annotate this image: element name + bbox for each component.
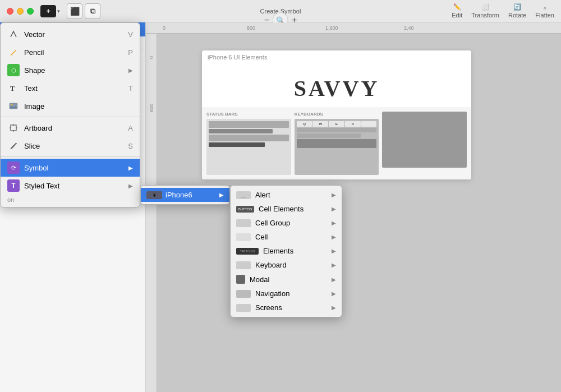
partial-label: on xyxy=(7,196,14,203)
transform-label: Transform xyxy=(471,12,499,19)
menu-item-partial-on[interactable]: on xyxy=(1,195,140,205)
rotate-tool[interactable]: 🔄 Rotate xyxy=(508,3,526,19)
menu-divider-2 xyxy=(1,156,140,157)
flatten-tool[interactable]: ⬦ Flatten xyxy=(535,4,554,19)
cell-group-arrow: ▶ xyxy=(332,220,336,226)
toolbar-right: ✏️ Edit ⬜ Transform 🔄 Rotate ⬦ Flatten xyxy=(452,3,554,19)
elements-label: Elements xyxy=(263,247,332,255)
ruler-mark-1600: 1,600 xyxy=(325,25,338,31)
artboard-label: Artboard xyxy=(24,124,123,132)
canvas-area[interactable]: 0 800 1,600 2,40 0 800 iPhone 6 UI Eleme… xyxy=(146,22,561,392)
vector-icon xyxy=(7,28,20,40)
maximize-button[interactable] xyxy=(27,8,34,15)
cell-elements-icon-label: BUTTON xyxy=(238,207,252,211)
cat-item-cell-group[interactable]: Cell Group ▶ xyxy=(231,216,342,230)
insert-dropdown-arrow[interactable]: ▾ xyxy=(57,8,60,14)
cat-item-screens[interactable]: Screens ▶ xyxy=(231,301,342,315)
insert-menu: Vector V Pencil P ⬡ Shape ▶ T Text T xyxy=(0,22,140,207)
image-icon xyxy=(7,100,20,112)
keyboard-row-1: Q W E R xyxy=(297,121,377,127)
edit-label: Edit xyxy=(452,12,462,19)
pencil-icon xyxy=(7,46,20,58)
key-t xyxy=(361,121,377,127)
iphone6-icon-label: 📱 xyxy=(152,193,157,197)
cat-item-keyboard[interactable]: Keyboard ▶ xyxy=(231,258,342,272)
cell-elements-label: Cell Elements xyxy=(259,205,332,213)
symbol-label: Symbol xyxy=(24,164,128,172)
ruler-top: 0 800 1,600 2,40 xyxy=(146,22,561,34)
ruler-side-mark-800: 800 xyxy=(149,104,154,112)
vector-label: Vector xyxy=(24,30,123,39)
menu-divider-1 xyxy=(1,117,140,117)
ruler-side: 0 800 xyxy=(146,34,157,392)
key-q: Q xyxy=(297,121,312,127)
styled-text-arrow: ▶ xyxy=(128,183,133,189)
submenu-categories: __ Alert ▶ BUTTON Cell Elements ▶ Cell G… xyxy=(230,185,342,317)
cat-item-navigation[interactable]: Navigation ▶ xyxy=(231,287,342,301)
iphone6-submenu-arrow: ▶ xyxy=(219,192,224,198)
cell-elements-icon: BUTTON xyxy=(236,206,254,213)
menu-item-pencil[interactable]: Pencil P xyxy=(1,43,140,61)
status-bar-2 xyxy=(209,129,273,133)
iphone6-card: iPhone 6 UI Elements SAVVY STATUS BARS K xyxy=(202,50,471,179)
menu-item-image[interactable]: Image xyxy=(1,97,140,115)
ruler-mark-2400: 2,40 xyxy=(404,25,414,31)
cat-item-cell-elements[interactable]: BUTTON Cell Elements ▶ xyxy=(231,202,342,216)
menu-item-styled-text[interactable]: T Styled Text ▶ xyxy=(1,177,140,195)
cat-item-alert[interactable]: __ Alert ▶ xyxy=(231,188,342,202)
edit-tool[interactable]: ✏️ Edit xyxy=(452,3,462,19)
title-bar: + ▾ ⬛ ⧉ Create Symbol − 🔍 + ✏️ Edit ⬜ Tr… xyxy=(0,0,561,22)
menu-item-slice[interactable]: Slice S xyxy=(1,137,140,155)
transform-icon: ⬜ xyxy=(481,3,489,11)
group-tool-button[interactable]: ⧉ xyxy=(85,3,100,19)
cat-item-elements[interactable]: TAP TO GO Elements ▶ xyxy=(231,244,342,258)
slice-label: Slice xyxy=(24,142,123,150)
pencil-shortcut: P xyxy=(128,48,133,57)
insert-tool-button[interactable]: + xyxy=(40,5,56,17)
ruler-mark-800: 800 xyxy=(247,25,255,31)
text-shortcut: T xyxy=(128,84,133,93)
keyboards-section: KEYBOARDS Q W E R xyxy=(295,112,379,175)
alert-cat-label: Alert xyxy=(255,191,332,199)
keyboard-arrow: ▶ xyxy=(332,262,336,268)
slice-shortcut: S xyxy=(128,142,133,150)
text-label: Text xyxy=(24,84,124,93)
menu-item-shape[interactable]: ⬡ Shape ▶ xyxy=(1,61,140,79)
elements-icon-label: TAP TO GO xyxy=(240,250,255,253)
svg-text:T: T xyxy=(10,85,15,92)
savvy-logo: SAVVY xyxy=(202,64,471,107)
submenu-iphone6: 📱 iPhone6 ▶ xyxy=(140,185,230,205)
modal-icon xyxy=(236,275,245,284)
menu-item-vector[interactable]: Vector V xyxy=(1,25,140,43)
keyboard-content-1: Q W E R xyxy=(295,119,379,175)
cat-item-modal[interactable]: Modal ▶ xyxy=(231,272,342,287)
close-button[interactable] xyxy=(7,8,13,15)
minimize-button[interactable] xyxy=(17,8,24,15)
frame-tool-button[interactable]: ⬛ xyxy=(67,3,82,19)
navigation-arrow: ▶ xyxy=(332,290,336,297)
image-label: Image xyxy=(24,102,133,110)
keyboard-row-3 xyxy=(297,133,361,138)
slice-icon xyxy=(7,140,20,152)
navigation-label: Navigation xyxy=(255,289,332,298)
ruler-side-mark-0: 0 xyxy=(149,56,154,59)
vector-shortcut: V xyxy=(128,30,133,39)
menu-item-artboard[interactable]: Artboard A xyxy=(1,119,140,137)
ui-elements-grid: STATUS BARS KEYBOARDS Q xyxy=(202,107,471,179)
status-bars-content xyxy=(206,119,291,175)
iphone6-label: iPhone6 xyxy=(165,191,219,199)
menu-item-text[interactable]: T Text T xyxy=(1,79,140,97)
extra-section xyxy=(382,112,467,175)
menu-item-symbol[interactable]: ⟳ Symbol ▶ xyxy=(1,159,140,177)
cell-elements-arrow: ▶ xyxy=(332,206,336,212)
status-bars-section: STATUS BARS xyxy=(206,112,291,175)
transform-tool[interactable]: ⬜ Transform xyxy=(471,3,499,19)
flatten-label: Flatten xyxy=(535,12,554,19)
iphone-card-title: iPhone 6 UI Elements xyxy=(202,50,471,64)
elements-arrow: ▶ xyxy=(332,248,336,254)
status-bar-1 xyxy=(209,121,289,128)
cat-item-cell[interactable]: Cell ▶ xyxy=(231,230,342,244)
rotate-icon: 🔄 xyxy=(513,3,521,11)
group-icon: ⧉ xyxy=(90,7,95,16)
shape-label: Shape xyxy=(24,66,128,75)
